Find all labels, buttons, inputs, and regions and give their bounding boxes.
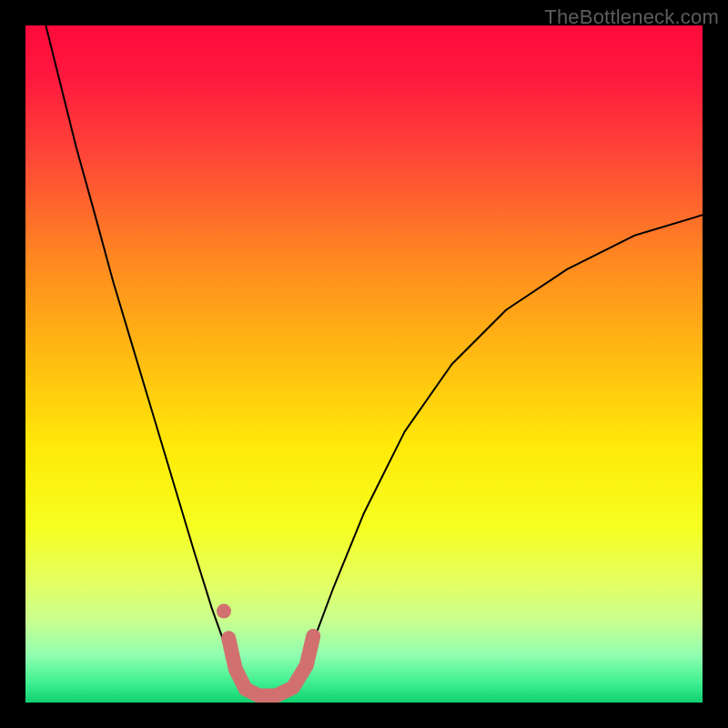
chart-frame (25, 25, 703, 703)
watermark-label: TheBottleneck.com (544, 5, 719, 29)
gradient-background (25, 25, 703, 703)
highlight-dot (217, 604, 231, 619)
bottleneck-plot (25, 25, 703, 703)
